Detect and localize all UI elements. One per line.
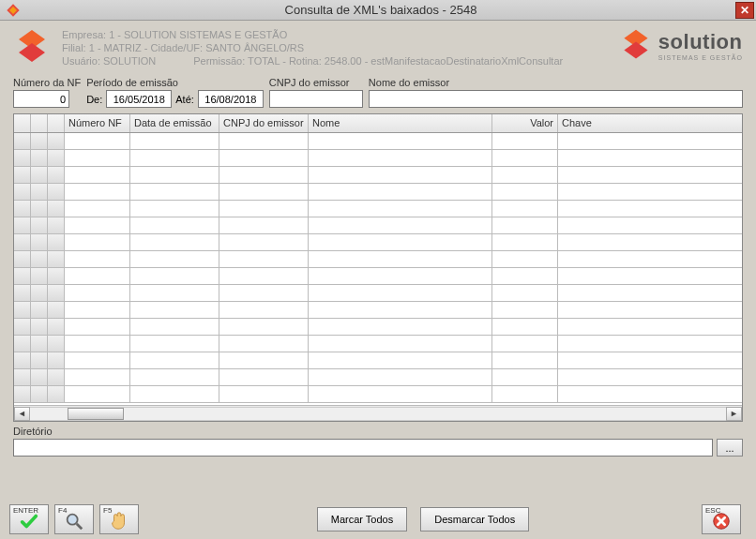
directory-browse-button[interactable]: ... <box>717 439 743 457</box>
nome-label: Nome do emissor <box>369 77 743 88</box>
titlebar: Consulta de XML's baixados - 2548 ✕ <box>0 0 756 21</box>
table-row[interactable] <box>14 369 742 386</box>
numero-nf-input[interactable] <box>13 90 69 108</box>
col-data[interactable]: Data de emissão <box>130 114 219 132</box>
f5-key-label: F5 <box>103 506 112 515</box>
table-row[interactable] <box>14 133 742 150</box>
de-label: De: <box>86 94 102 105</box>
header: Empresa: 1 - SOLUTION SISTEMAS E GESTÃO … <box>0 21 756 71</box>
de-input[interactable] <box>106 90 172 108</box>
ate-input[interactable] <box>198 90 264 108</box>
table-row[interactable] <box>14 201 742 217</box>
table-row[interactable] <box>14 319 742 336</box>
numero-nf-label: Número da NF <box>13 77 81 88</box>
scroll-left-button[interactable]: ◄ <box>14 407 30 421</box>
marcar-todos-button[interactable]: Marcar Todos <box>317 507 407 532</box>
table-row[interactable] <box>14 150 742 167</box>
f4-button[interactable]: F4 <box>54 504 94 534</box>
svg-marker-5 <box>624 41 647 58</box>
svg-line-7 <box>77 524 83 530</box>
window-title: Consulta de XML's baixados - 2548 <box>26 3 735 17</box>
brand-name: solution <box>658 30 743 54</box>
permissao-line: Permissão: TOTAL - Rotina: 2548.00 - est… <box>193 54 563 67</box>
usuario-line: Usuário: SOLUTION <box>62 54 156 67</box>
header-info: Empresa: 1 - SOLUTION SISTEMAS E GESTÃO … <box>62 28 619 67</box>
esc-key-label: ESC <box>705 506 720 515</box>
footer: ENTER F4 F5 Marcar Todos Desmarcar Todos… <box>0 502 756 539</box>
table-row[interactable] <box>14 285 742 302</box>
scroll-track[interactable] <box>30 407 726 421</box>
table-row[interactable] <box>14 217 742 234</box>
col-blank2[interactable] <box>48 114 65 132</box>
grid: Número NF Data de emissão CNPJ do emisso… <box>13 113 743 422</box>
brand-icon <box>619 28 653 62</box>
table-row[interactable] <box>14 302 742 319</box>
table-row[interactable] <box>14 251 742 268</box>
brand-sub: SISTEMAS E GESTÃO <box>658 54 743 61</box>
periodo-label: Período de emissão <box>86 77 264 88</box>
col-valor[interactable]: Valor <box>492 114 558 132</box>
table-row[interactable] <box>14 386 742 403</box>
h-scrollbar[interactable]: ◄ ► <box>14 405 742 421</box>
desmarcar-todos-button[interactable]: Desmarcar Todos <box>420 507 529 532</box>
directory-row: Diretório ... <box>0 424 756 462</box>
app-icon <box>6 3 21 18</box>
cnpj-input[interactable] <box>269 90 363 108</box>
table-row[interactable] <box>14 167 742 184</box>
f4-key-label: F4 <box>58 506 67 515</box>
table-row[interactable] <box>14 184 742 201</box>
col-blank1[interactable] <box>31 114 48 132</box>
enter-key-label: ENTER <box>13 506 38 515</box>
filial-line: Filial: 1 - MATRIZ - Cidade/UF: SANTO ÂN… <box>62 41 619 54</box>
table-row[interactable] <box>14 352 742 369</box>
close-button[interactable]: ✕ <box>735 2 754 19</box>
grid-body[interactable] <box>14 133 742 405</box>
cnpj-label: CNPJ do emissor <box>269 77 363 88</box>
col-numero[interactable]: Número NF <box>65 114 130 132</box>
svg-point-6 <box>68 515 78 525</box>
enter-button[interactable]: ENTER <box>9 504 49 534</box>
directory-label: Diretório <box>13 426 743 437</box>
logo-icon <box>13 28 51 66</box>
col-nome[interactable]: Nome <box>309 114 492 132</box>
svg-marker-3 <box>19 43 45 62</box>
scroll-thumb[interactable] <box>68 408 124 420</box>
directory-input[interactable] <box>13 439 713 457</box>
esc-button[interactable]: ESC <box>702 504 741 534</box>
f5-button[interactable]: F5 <box>99 504 139 534</box>
filter-row: Número da NF Período de emissão De: Até:… <box>0 71 756 112</box>
empresa-line: Empresa: 1 - SOLUTION SISTEMAS E GESTÃO <box>62 28 619 41</box>
col-selector[interactable] <box>14 114 31 132</box>
grid-header: Número NF Data de emissão CNPJ do emisso… <box>14 114 742 133</box>
nome-input[interactable] <box>369 90 743 108</box>
col-chave[interactable]: Chave <box>558 114 742 132</box>
scroll-right-button[interactable]: ► <box>726 407 742 421</box>
table-row[interactable] <box>14 336 742 352</box>
col-cnpj[interactable]: CNPJ do emissor <box>219 114 309 132</box>
table-row[interactable] <box>14 268 742 285</box>
table-row[interactable] <box>14 234 742 251</box>
brand: solution SISTEMAS E GESTÃO <box>619 28 743 62</box>
ate-label: Até: <box>175 94 194 105</box>
